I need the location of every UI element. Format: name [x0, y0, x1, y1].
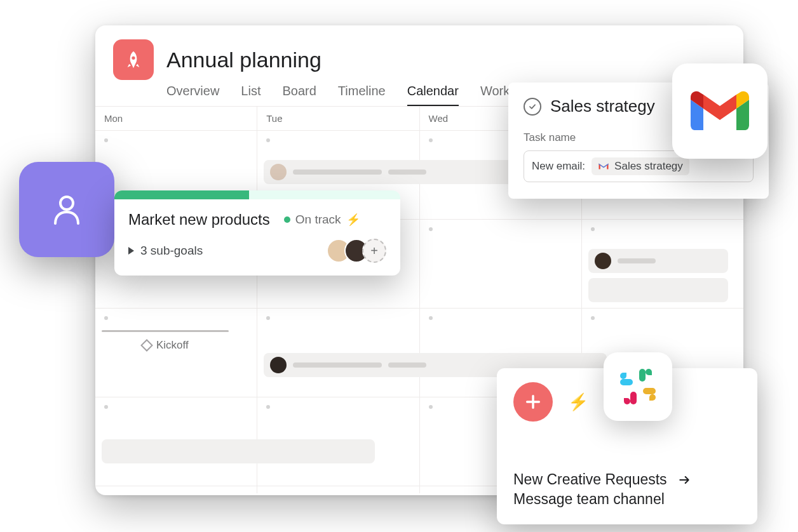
goal-status: On track ⚡	[284, 213, 360, 227]
diamond-icon	[140, 339, 153, 352]
bolt-icon: ⚡	[568, 392, 588, 412]
svg-rect-2	[643, 388, 656, 394]
goal-status-label: On track	[295, 213, 341, 227]
sub-goals-label: 3 sub-goals	[140, 244, 203, 258]
goal-title: Market new products	[128, 211, 270, 229]
svg-point-0	[60, 197, 73, 209]
task-title: Sales strategy	[550, 96, 655, 116]
tab-board[interactable]: Board	[282, 84, 316, 106]
tab-calendar[interactable]: Calendar	[407, 84, 459, 106]
project-icon	[113, 39, 154, 80]
chip-label: Sales strategy	[614, 160, 683, 173]
gmail-icon	[689, 88, 750, 134]
avatar-stack: +	[327, 239, 386, 263]
add-trigger-button[interactable]	[513, 382, 553, 422]
bolt-icon: ⚡	[346, 213, 360, 227]
sub-goals-toggle[interactable]: 3 sub-goals	[128, 244, 203, 258]
milestone-label: Kickoff	[156, 339, 189, 352]
automation-title-row: New Creative Requests	[513, 471, 741, 488]
avatar	[270, 357, 287, 373]
slack-app-icon[interactable]	[604, 352, 672, 421]
goal-progress	[114, 190, 400, 199]
avatar	[270, 164, 287, 180]
svg-rect-4	[620, 379, 633, 385]
svg-rect-1	[639, 369, 646, 382]
calendar-event[interactable]	[588, 249, 728, 273]
gmail-app-icon[interactable]	[672, 63, 768, 159]
event-bar	[618, 258, 656, 263]
avatar	[595, 253, 611, 269]
gmail-mini-icon	[598, 162, 609, 171]
profile-app-icon[interactable]	[19, 162, 114, 257]
day-header-tue: Tue	[257, 107, 419, 131]
tab-list[interactable]: List	[241, 84, 260, 106]
slack-icon	[618, 366, 658, 407]
email-chip[interactable]: Sales strategy	[592, 157, 689, 175]
calendar-event[interactable]	[588, 278, 728, 302]
svg-rect-3	[630, 392, 637, 404]
goal-card[interactable]: Market new products On track ⚡ 3 sub-goa…	[114, 190, 400, 276]
rocket-icon	[123, 50, 144, 70]
day-header-mon: Mon	[95, 107, 257, 131]
milestone-kickoff[interactable]: Kickoff	[142, 339, 189, 352]
field-prefix: New email:	[532, 160, 585, 173]
automation-action: Message team channel	[513, 491, 741, 508]
project-title: Annual planning	[166, 48, 321, 72]
complete-check-icon[interactable]	[524, 98, 541, 116]
tab-overview[interactable]: Overview	[166, 84, 219, 106]
add-member-button[interactable]: +	[362, 239, 386, 263]
event-bar	[293, 362, 382, 368]
triangle-right-icon	[128, 247, 134, 255]
status-dot-icon	[284, 216, 290, 223]
person-icon	[46, 189, 87, 230]
plus-icon	[524, 393, 542, 411]
event-bar	[293, 170, 382, 175]
tab-timeline[interactable]: Timeline	[338, 84, 386, 106]
automation-title: New Creative Requests	[513, 471, 667, 488]
arrow-right-icon	[676, 474, 693, 486]
